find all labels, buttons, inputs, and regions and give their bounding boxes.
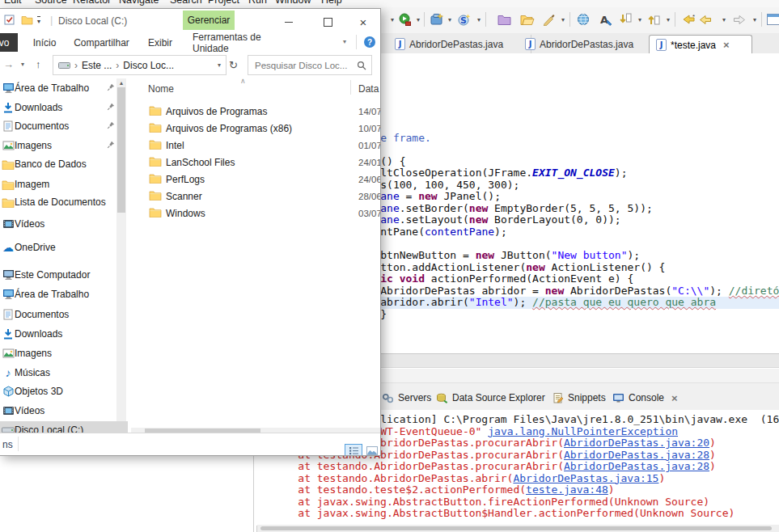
quick-access-customize-icon[interactable]: ▾ bbox=[37, 16, 40, 25]
file-row-perflogs[interactable]: PerfLogs24/06 bbox=[131, 171, 380, 188]
file-row-scanner[interactable]: Scanner28/06 bbox=[131, 188, 380, 205]
dropdown-caret-icon[interactable]: ▾ bbox=[477, 11, 481, 27]
forward-icon[interactable] bbox=[733, 11, 746, 27]
dropdown-caret-icon[interactable]: ▾ bbox=[561, 11, 565, 27]
sidebar-item-downloads[interactable]: Downloads bbox=[0, 99, 128, 116]
close-button[interactable]: × bbox=[353, 15, 374, 28]
ribbon-expand-icon[interactable]: ▾ bbox=[343, 38, 346, 45]
separator bbox=[675, 11, 675, 27]
sidebar-item--rea-de-trabalho[interactable]: Área de Trabalho bbox=[0, 285, 128, 303]
sidebar-item-v-deos[interactable]: Vídeos bbox=[0, 215, 128, 233]
previous-annotation-icon[interactable] bbox=[648, 11, 660, 27]
file-row-intel[interactable]: Intel01/07 bbox=[131, 137, 380, 154]
menu-item-source[interactable]: Source bbox=[35, 0, 67, 6]
column-header-date[interactable]: Data de modificação bbox=[358, 83, 381, 95]
sidebar-item-este-computador[interactable]: Este Computador bbox=[0, 266, 128, 284]
quick-access-new-folder-icon[interactable] bbox=[21, 15, 33, 25]
menu-item-search[interactable]: Search bbox=[170, 0, 202, 6]
open-resource-icon[interactable] bbox=[520, 11, 535, 27]
sidebar-item-m-sicas[interactable]: ♪Músicas bbox=[0, 364, 128, 382]
sidebar-item--rea-de-trabalho[interactable]: Área de Trabalho bbox=[0, 79, 128, 97]
sidebar-item-banco-de-dados[interactable]: Banco de Dados bbox=[0, 155, 128, 173]
open-type-icon[interactable] bbox=[497, 11, 511, 27]
console-hscrollbar[interactable] bbox=[257, 525, 779, 532]
editor-tab-testejava[interactable]: J*teste.java× bbox=[649, 35, 752, 54]
tab-close-icon[interactable]: × bbox=[723, 39, 730, 51]
sidebar-item-imagens[interactable]: Imagens bbox=[0, 344, 128, 362]
open-browser-icon[interactable] bbox=[577, 11, 590, 27]
menu-item-run[interactable]: Run bbox=[248, 0, 267, 6]
column-separator[interactable] bbox=[350, 80, 351, 95]
menu-item-window[interactable]: Window bbox=[275, 0, 311, 6]
contextual-tab-gerenciar[interactable]: Gerenciar bbox=[183, 11, 235, 30]
breadcrumb-item[interactable]: Disco Loc... bbox=[123, 60, 174, 71]
sidebar-item-documentos[interactable]: Documentos bbox=[0, 117, 128, 135]
create-snippet-icon[interactable]: S bbox=[458, 11, 472, 27]
panel-tab-servers[interactable]: Servers bbox=[382, 388, 431, 407]
breadcrumb-item[interactable]: Este ... bbox=[82, 60, 112, 71]
dropdown-caret-icon[interactable]: ▾ bbox=[722, 11, 726, 27]
screen: EditSourceRefactorNavigateSearchProjectR… bbox=[0, 0, 779, 532]
text-segment: at javax.swing.AbstractButton.fireAction… bbox=[273, 496, 709, 508]
panel-tab-snippets[interactable]: Snippets bbox=[553, 388, 606, 407]
console-hscrollbar-thumb[interactable] bbox=[260, 526, 772, 530]
sidebar-item-v-deos[interactable]: Vídeos bbox=[0, 402, 128, 420]
mark-occurrences-icon[interactable] bbox=[543, 11, 556, 27]
menu-item-project[interactable]: Project bbox=[208, 0, 239, 6]
dropdown-caret-icon[interactable]: ▾ bbox=[667, 11, 670, 27]
maximize-button[interactable] bbox=[317, 15, 338, 28]
dropdown-caret-icon[interactable]: ▾ bbox=[638, 11, 641, 27]
details-view-button[interactable] bbox=[345, 444, 362, 456]
ribbon-tab-início[interactable]: Início bbox=[24, 33, 65, 52]
recent-locations-icon[interactable]: ▾ bbox=[21, 61, 24, 68]
file-row-arquivos-de-programas[interactable]: Arquivos de Programas14/07 bbox=[131, 103, 380, 120]
editor-tab-abridordepastasjava[interactable]: JAbridorDePastas.java bbox=[519, 35, 662, 53]
panel-tab-console[interactable]: Console× bbox=[612, 388, 678, 407]
menu-item-help[interactable]: Help bbox=[321, 0, 342, 6]
sidebar-item-objetos-3d[interactable]: Objetos 3D bbox=[0, 382, 128, 400]
address-dropdown-icon[interactable]: ▾ bbox=[218, 61, 221, 69]
column-header-name[interactable]: Nome bbox=[148, 83, 174, 95]
file-row-lanschool-files[interactable]: LanSchool Files24/01 bbox=[131, 154, 380, 171]
forward-icon[interactable]: → bbox=[3, 58, 14, 70]
next-annotation-icon[interactable] bbox=[620, 11, 632, 27]
tab-close-icon[interactable]: × bbox=[671, 392, 678, 404]
ribbon-tab-exibir[interactable]: Exibir bbox=[139, 33, 181, 52]
dropdown-caret-icon[interactable]: ▾ bbox=[391, 11, 394, 27]
editor-tab-abridordepastasjava[interactable]: JAbridorDePastas.java bbox=[388, 35, 531, 53]
run-coverage-icon[interactable] bbox=[398, 11, 412, 27]
dropdown-caret-icon[interactable]: ▾ bbox=[448, 11, 451, 27]
new-wizard-icon[interactable] bbox=[430, 11, 444, 27]
refresh-icon[interactable]: ↻ bbox=[229, 59, 238, 71]
quick-access-properties-icon[interactable] bbox=[4, 15, 15, 25]
help-icon[interactable]: ? bbox=[364, 36, 375, 48]
ribbon-tab-arquivo[interactable]: Arquivo bbox=[0, 33, 18, 52]
sidebar-item-imagem[interactable]: Imagem bbox=[0, 175, 128, 193]
menu-item-navigate[interactable]: Navigate bbox=[119, 0, 159, 6]
dropdown-caret-icon[interactable]: ▾ bbox=[753, 11, 756, 27]
thumbnail-view-button[interactable] bbox=[363, 444, 381, 456]
sidebar-item-documentos[interactable]: Documentos bbox=[0, 306, 128, 323]
up-icon[interactable]: ↑ bbox=[36, 58, 41, 70]
panel-tab-data-source-explorer[interactable]: Data Source Explorer bbox=[436, 388, 545, 407]
file-row-arquivos-de-programas-x86-[interactable]: Arquivos de Programas (x86)10/07 bbox=[131, 120, 380, 137]
back-icon[interactable] bbox=[699, 11, 712, 27]
sidebar-item-imagens[interactable]: Imagens bbox=[0, 137, 128, 154]
sidebar-item-onedrive[interactable]: ☁OneDrive bbox=[0, 239, 128, 256]
sidebar-item-lista-de-documentos[interactable]: Lista de Documentos bbox=[0, 193, 128, 211]
last-edit-location-icon[interactable]: * bbox=[682, 11, 696, 27]
menu-item-edit[interactable]: Edit bbox=[4, 0, 22, 6]
menu-item-refactor[interactable]: Refactor bbox=[73, 0, 111, 6]
search-icon[interactable] bbox=[357, 61, 366, 70]
search-box[interactable]: Pesquisar Disco Loc... bbox=[248, 55, 372, 75]
file-row-windows[interactable]: Windows03/07 bbox=[131, 205, 380, 222]
sidebar-item-downloads[interactable]: Downloads bbox=[0, 325, 128, 343]
breadcrumb[interactable]: › Este ... › Disco Loc... ▾ bbox=[53, 55, 227, 75]
search-icon[interactable]: A bbox=[599, 11, 612, 27]
dropdown-caret-icon[interactable]: ▾ bbox=[417, 11, 420, 27]
minimize-button[interactable] bbox=[278, 15, 299, 28]
ribbon-tab-compartilhar[interactable]: Compartilhar bbox=[71, 33, 132, 52]
ribbon-tab-ferramentas-de-unidade[interactable]: Ferramentas de Unidade bbox=[193, 33, 299, 52]
editor-window-icon[interactable] bbox=[767, 11, 779, 27]
editor-tab-label: *teste.java bbox=[671, 40, 716, 51]
